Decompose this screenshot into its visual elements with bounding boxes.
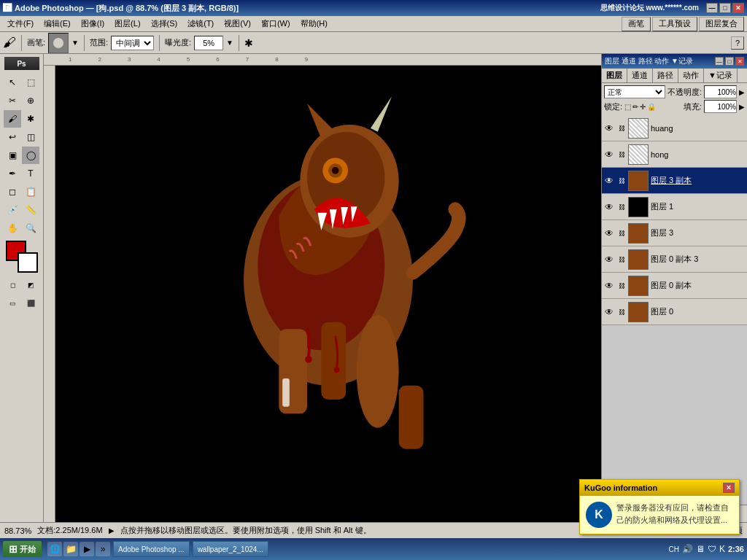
lock-move-icon[interactable]: ✛ bbox=[640, 103, 646, 111]
opacity-arrow[interactable]: ▶ bbox=[739, 88, 745, 96]
eyedropper-tool[interactable]: 💉 bbox=[4, 201, 21, 219]
menu-window[interactable]: 窗口(W) bbox=[257, 17, 295, 31]
panel-close-btn[interactable]: ✕ bbox=[735, 57, 744, 66]
move-tool[interactable]: ↖ bbox=[4, 74, 21, 91]
quick-expand[interactable]: » bbox=[96, 542, 110, 556]
menu-edit[interactable]: 编辑(E) bbox=[39, 17, 75, 31]
brush-preview[interactable] bbox=[48, 33, 69, 53]
layer-eye-icon[interactable]: 👁 bbox=[603, 122, 615, 134]
panel-min-btn[interactable]: — bbox=[715, 57, 724, 66]
tab-actions[interactable]: 动作 bbox=[678, 69, 704, 82]
history-tool[interactable]: ↩ bbox=[4, 128, 21, 146]
tool-preset-btn[interactable]: 工具预设 bbox=[652, 17, 697, 31]
security-icon[interactable]: 🛡 bbox=[708, 544, 716, 554]
lock-transparent-icon[interactable]: ⬚ bbox=[624, 103, 631, 111]
layer-link-icon[interactable]: ⛓ bbox=[617, 281, 626, 290]
help-icon[interactable]: ? bbox=[731, 36, 744, 50]
taskbar-ps-item[interactable]: Adobe Photoshop ... bbox=[113, 541, 190, 557]
brush-tool[interactable]: 🖌 bbox=[4, 110, 21, 128]
layer-eye-icon[interactable]: 👁 bbox=[603, 228, 615, 239]
opacity-input[interactable] bbox=[704, 85, 737, 98]
layer-item[interactable]: 👁 ⛓ huang bbox=[602, 115, 747, 141]
minimize-button[interactable]: — bbox=[706, 3, 718, 13]
lock-paint-icon[interactable]: ✏ bbox=[632, 103, 638, 111]
lock-all-icon[interactable]: 🔒 bbox=[647, 103, 656, 111]
tab-paths[interactable]: 路径 bbox=[653, 69, 678, 82]
brush-dropdown-icon[interactable]: ▼ bbox=[71, 39, 79, 47]
quick-media[interactable]: ▶ bbox=[80, 542, 94, 556]
layer-item[interactable]: 👁 ⛓ 图层 1 bbox=[602, 194, 747, 220]
maximize-button[interactable]: □ bbox=[719, 3, 731, 13]
brush-preset-btn[interactable]: 画笔 bbox=[622, 17, 651, 31]
blend-mode-select[interactable]: 正常 溶解 正片叠底 bbox=[604, 85, 665, 98]
heal-tool[interactable]: ⊕ bbox=[22, 92, 39, 109]
kugoo-tray-icon[interactable]: K bbox=[719, 544, 725, 554]
layer-link-icon[interactable]: ⛓ bbox=[617, 308, 626, 316]
pen-tool[interactable]: ✒ bbox=[4, 165, 21, 182]
fill-arrow[interactable]: ▶ bbox=[739, 103, 745, 111]
menu-image[interactable]: 图像(I) bbox=[77, 17, 109, 31]
measure-tool[interactable]: 📏 bbox=[22, 201, 39, 219]
layer-link-icon[interactable]: ⛓ bbox=[617, 255, 626, 264]
range-select[interactable]: 中间调 暗调 高光 bbox=[111, 36, 154, 50]
layer-eye-icon[interactable]: 👁 bbox=[603, 201, 615, 213]
layer-item[interactable]: 👁 ⛓ 图层 0 bbox=[602, 299, 747, 325]
note-tool[interactable]: 📋 bbox=[22, 183, 39, 201]
clone-tool[interactable]: ✱ bbox=[22, 110, 39, 128]
layer-eye-icon[interactable]: 👁 bbox=[603, 254, 615, 265]
menu-view[interactable]: 视图(V) bbox=[220, 17, 255, 31]
menu-help[interactable]: 帮助(H) bbox=[296, 17, 332, 31]
standard-mode[interactable]: ◻ bbox=[4, 276, 21, 294]
layer-link-icon[interactable]: ⛓ bbox=[617, 176, 626, 185]
background-color[interactable] bbox=[18, 252, 38, 273]
start-button[interactable]: ⊞ 开始 bbox=[3, 541, 42, 557]
panel-max-btn[interactable]: □ bbox=[725, 57, 734, 66]
text-tool[interactable]: T bbox=[22, 165, 39, 182]
layer-eye-icon[interactable]: 👁 bbox=[603, 280, 615, 292]
tab-layers[interactable]: 图层 bbox=[602, 69, 627, 82]
network-icon[interactable]: 🖥 bbox=[696, 544, 705, 554]
zoom-tool[interactable]: 🔍 bbox=[22, 219, 39, 237]
fill-input[interactable] bbox=[704, 100, 737, 113]
kugoo-close-btn[interactable]: ✕ bbox=[723, 483, 735, 493]
status-arrow[interactable]: ▶ bbox=[109, 526, 115, 534]
layer-link-icon[interactable]: ⛓ bbox=[617, 124, 626, 133]
exposure-input[interactable] bbox=[194, 36, 223, 50]
layer-item[interactable]: 👁 ⛓ 图层 0 副本 bbox=[602, 273, 747, 299]
tab-channels[interactable]: 通道 bbox=[627, 69, 653, 82]
layer-comp-btn[interactable]: 图层复合 bbox=[699, 17, 744, 31]
hand-tool[interactable]: ✋ bbox=[4, 219, 21, 237]
menu-filter[interactable]: 滤镜(T) bbox=[183, 17, 218, 31]
layer-link-icon[interactable]: ⛓ bbox=[617, 203, 626, 211]
layer-eye-icon[interactable]: 👁 bbox=[603, 306, 615, 318]
layer-eye-icon[interactable]: 👁 bbox=[603, 149, 615, 160]
layer-item[interactable]: 👁 ⛓ 图层 0 副本 3 bbox=[602, 246, 747, 273]
eraser-tool[interactable]: ◫ bbox=[22, 128, 39, 146]
quick-mask[interactable]: ◩ bbox=[22, 276, 39, 294]
close-button[interactable]: ✕ bbox=[732, 3, 744, 13]
layer-item[interactable]: 👁 ⛓ 图层 3 bbox=[602, 220, 747, 246]
shape-tool[interactable]: ◻ bbox=[4, 183, 21, 201]
layer-item-active[interactable]: 👁 ⛓ 图层 3 副本 bbox=[602, 168, 747, 194]
volume-icon[interactable]: 🔊 bbox=[682, 544, 693, 554]
fullscreen-mode[interactable]: ⬛ bbox=[22, 295, 39, 312]
airbrush-icon[interactable]: ✱ bbox=[244, 37, 253, 49]
tab-history[interactable]: ▼记录 bbox=[704, 69, 738, 82]
layer-link-icon[interactable]: ⛓ bbox=[617, 150, 626, 159]
quick-folder[interactable]: 📁 bbox=[63, 542, 78, 556]
layer-eye-icon[interactable]: 👁 bbox=[603, 175, 615, 187]
taskbar-wallpaper-item[interactable]: wallpaper_2_1024... bbox=[193, 541, 268, 557]
screen-mode[interactable]: ▭ bbox=[4, 295, 21, 312]
menu-select[interactable]: 选择(S) bbox=[147, 17, 182, 31]
crop-tool[interactable]: ✂ bbox=[4, 92, 21, 109]
layer-link-icon[interactable]: ⛓ bbox=[617, 229, 626, 238]
layer-item[interactable]: 👁 ⛓ hong bbox=[602, 141, 747, 168]
dodge-tool[interactable]: ◯ bbox=[22, 147, 39, 164]
lasso-tool[interactable]: ⬚ bbox=[22, 74, 39, 91]
menu-file[interactable]: 文件(F) bbox=[3, 17, 38, 31]
brush-tool-icon[interactable]: 🖌 bbox=[3, 35, 16, 50]
canvas-content[interactable] bbox=[55, 66, 601, 522]
menu-layer[interactable]: 图层(L) bbox=[110, 17, 144, 31]
exposure-dropdown-icon[interactable]: ▼ bbox=[226, 39, 233, 47]
gradient-tool[interactable]: ▣ bbox=[4, 147, 21, 164]
